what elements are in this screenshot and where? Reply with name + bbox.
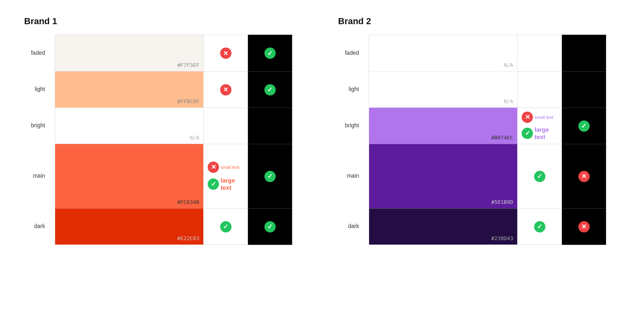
- swatch-faded-b2: N/A: [369, 35, 517, 71]
- large-text-label: largetext: [221, 177, 235, 191]
- brand1-bright-white: [204, 108, 248, 144]
- swatch-dark-b2: #230D43: [369, 208, 517, 245]
- swatch-faded-b2-label: N/A: [504, 62, 513, 68]
- label-light-b2: light: [338, 71, 362, 107]
- swatch-light-b2: N/A: [369, 71, 517, 108]
- pass-icon: [522, 128, 533, 139]
- swatch-light: #FFBC8F: [55, 71, 203, 108]
- small-text-label: small text: [221, 165, 239, 170]
- fail-icon: [220, 48, 231, 59]
- small-text-label-purple: small text: [535, 115, 553, 120]
- brand2-faded-white: [518, 35, 561, 71]
- brand1-row-labels: faded light bright main dark: [24, 35, 48, 245]
- label-dark: dark: [24, 208, 48, 244]
- brand2-dark-dark: [562, 208, 606, 245]
- pass-icon: [534, 171, 545, 182]
- swatch-dark-b2-label: #230D43: [491, 235, 513, 241]
- large-text-indicator: largetext: [208, 177, 235, 191]
- pass-icon: [578, 120, 590, 132]
- brand1-bright-dark: [248, 108, 292, 144]
- brand2-bright-dark: [562, 108, 606, 144]
- pass-icon: [264, 48, 276, 59]
- brand1-white-indicators: small text largetext: [204, 35, 248, 245]
- swatch-bright-b2: #B074EC: [369, 108, 517, 144]
- brand1-main-dark: [248, 144, 292, 208]
- brand1-dark-dark: [248, 208, 292, 245]
- brand1-dark-indicators: [248, 35, 292, 245]
- pass-icon: [208, 178, 219, 190]
- brand1-light-white: [204, 71, 248, 108]
- pass-icon: [220, 221, 231, 232]
- brand2-dark-indicators: [562, 35, 606, 245]
- label-main-b2: main: [338, 143, 362, 208]
- label-faded: faded: [24, 35, 48, 71]
- swatch-faded-label: #F7F3EF: [177, 62, 199, 68]
- brand1-main-white: small text largetext: [204, 144, 248, 208]
- fail-icon: [578, 171, 590, 182]
- pass-icon: [534, 221, 545, 232]
- brand2-faded-dark: [562, 35, 606, 71]
- swatch-bright: N/A: [55, 108, 203, 144]
- label-bright: bright: [24, 107, 48, 143]
- brand2-main-dark: [562, 144, 606, 208]
- label-bright-b2: bright: [338, 107, 362, 143]
- brand1-faded-dark: [248, 35, 292, 71]
- swatch-main-b2-label: #5D1B9D: [491, 199, 513, 205]
- swatch-light-b2-label: N/A: [504, 98, 513, 104]
- swatch-main-b2: #5D1B9D: [369, 144, 517, 208]
- small-text-indicator-purple: small text: [522, 112, 553, 123]
- brand2-title: Brand 2: [338, 16, 620, 27]
- label-light: light: [24, 71, 48, 107]
- swatch-main-label: #FC6340: [177, 199, 199, 205]
- pass-icon: [264, 171, 276, 182]
- brand1-light-dark: [248, 71, 292, 108]
- brand2-bright-white: small text largetext: [518, 108, 561, 144]
- brand2-light-white: [518, 71, 561, 108]
- label-main: main: [24, 143, 48, 208]
- brand2-white-indicators: small text largetext: [518, 35, 562, 245]
- brand2-light-dark: [562, 71, 606, 108]
- fail-icon: [578, 221, 590, 232]
- brand2-row-labels: faded light bright main dark: [338, 35, 362, 245]
- brand1-swatches: #F7F3EF #FFBC8F N/A #FC6340 #E22C03: [55, 35, 204, 245]
- page-wrapper: Brand 1 faded light bright main dark #F7…: [24, 16, 620, 245]
- swatch-bright-b2-label: #B074EC: [491, 135, 513, 141]
- fail-icon: [208, 162, 219, 173]
- brand2-swatches: N/A N/A #B074EC #5D1B9D #230D43: [369, 35, 518, 245]
- brand1-title: Brand 1: [24, 16, 306, 27]
- large-text-label-purple: largetext: [535, 126, 549, 141]
- brand1-section: Brand 1 faded light bright main dark #F7…: [24, 16, 306, 245]
- swatch-light-label: #FFBC8F: [177, 98, 199, 104]
- brand2-section: Brand 2 faded light bright main dark N/A…: [338, 16, 620, 245]
- brand2-dark-white: [518, 208, 561, 245]
- brand2-main-white: [518, 144, 561, 208]
- pass-icon: [264, 221, 276, 232]
- fail-icon: [522, 112, 533, 123]
- swatch-bright-label: N/A: [190, 135, 199, 141]
- pass-icon: [264, 84, 276, 95]
- brand1-dark-white: [204, 208, 248, 245]
- swatch-main: #FC6340: [55, 144, 203, 208]
- brand1-faded-white: [204, 35, 248, 71]
- label-dark-b2: dark: [338, 208, 362, 244]
- swatch-dark-label: #E22C03: [177, 235, 199, 241]
- small-text-indicator: small text: [208, 162, 239, 173]
- fail-icon: [220, 84, 231, 95]
- swatch-faded: #F7F3EF: [55, 35, 203, 71]
- large-text-indicator-purple: largetext: [522, 126, 549, 141]
- swatch-dark: #E22C03: [55, 208, 203, 245]
- label-faded-b2: faded: [338, 35, 362, 71]
